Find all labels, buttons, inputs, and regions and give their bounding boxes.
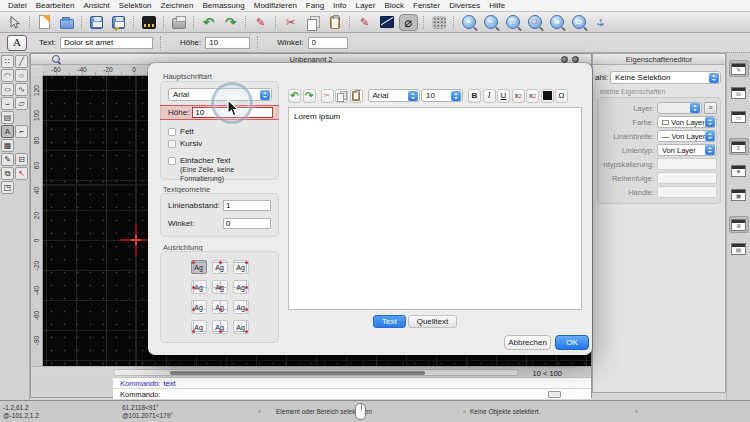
menu-item[interactable]: Bearbeiten xyxy=(36,1,75,10)
pan-icon[interactable]: ↔↕ xyxy=(591,14,610,31)
layer-list-button[interactable]: ≡ xyxy=(704,102,717,114)
italic-checkbox[interactable] xyxy=(168,140,176,148)
correction-pen-icon[interactable]: ✎ xyxy=(251,14,270,31)
tool-stamp[interactable]: ▤ xyxy=(1,111,14,124)
text-input[interactable] xyxy=(60,37,153,49)
text-color-button[interactable] xyxy=(541,89,554,103)
film-icon[interactable] xyxy=(139,14,158,31)
command-bar-icon[interactable] xyxy=(548,391,561,398)
tool-ellipse[interactable]: ○ xyxy=(1,83,14,96)
menu-item[interactable]: Fang xyxy=(306,1,324,10)
handle-field[interactable] xyxy=(657,186,717,198)
horizontal-scrollbar[interactable] xyxy=(113,369,519,376)
cut-icon[interactable]: ✂ xyxy=(281,14,300,31)
alignment-button[interactable]: Ag xyxy=(233,280,249,294)
menu-item[interactable]: Zeichnen xyxy=(161,1,194,10)
tool-dimension[interactable]: ⌐ xyxy=(15,125,28,138)
height-input[interactable] xyxy=(205,37,250,49)
bold-button[interactable]: B xyxy=(468,89,481,103)
pointer-icon[interactable] xyxy=(5,14,24,31)
zoom-fit-icon[interactable]: □ xyxy=(503,14,522,31)
alignment-button[interactable]: Ag xyxy=(233,320,249,334)
open-folder-icon[interactable] xyxy=(57,14,76,31)
ok-button[interactable]: OK xyxy=(555,335,589,350)
zoom-in-icon[interactable]: + xyxy=(459,14,478,31)
tool-line[interactable]: ╱ xyxy=(15,55,28,68)
menu-item[interactable]: Layer xyxy=(355,1,375,10)
simple-text-checkbox[interactable] xyxy=(168,157,176,165)
grid-icon[interactable] xyxy=(429,14,448,31)
tool-box3d[interactable]: ◳ xyxy=(1,181,14,194)
menu-item[interactable]: Ansicht xyxy=(83,1,109,10)
zoom-previous-icon[interactable]: ◂ xyxy=(547,14,566,31)
text-content-editor[interactable]: Lorem ipsum xyxy=(288,107,582,310)
save-as-icon[interactable] xyxy=(109,14,128,31)
tool-measure[interactable]: ✎ xyxy=(1,153,14,166)
pen-icon[interactable]: ✎ xyxy=(355,14,374,31)
tool-curve[interactable]: ⌣ xyxy=(1,97,14,110)
layer-dropdown[interactable] xyxy=(657,102,702,114)
tool-shapes[interactable]: ▱ xyxy=(15,97,28,110)
save-icon[interactable] xyxy=(87,14,106,31)
panel-filter[interactable]: ▼ xyxy=(729,162,749,179)
tool-circle[interactable]: ○ xyxy=(15,69,28,82)
tool-image[interactable]: ▦ xyxy=(1,139,14,152)
subscript-button[interactable]: x2 xyxy=(526,89,539,103)
redo-icon[interactable]: ↷ xyxy=(221,14,240,31)
tool-duplicate[interactable]: ⧉ xyxy=(1,167,14,180)
panel-notes[interactable]: ≣ xyxy=(729,216,749,233)
italic-button[interactable]: I xyxy=(483,89,496,103)
selection-dropdown[interactable]: Keine Selektion xyxy=(610,71,721,84)
chart-icon[interactable] xyxy=(377,14,396,31)
alignment-button[interactable]: Ag xyxy=(191,260,207,274)
order-field[interactable] xyxy=(657,172,717,184)
editor-copy-icon[interactable] xyxy=(335,89,348,103)
panel-blank[interactable]: ▭ xyxy=(729,108,749,125)
text-tool-button[interactable]: A xyxy=(7,35,27,51)
linetype-dropdown[interactable]: Von Layer xyxy=(657,144,717,156)
paste-icon[interactable] xyxy=(325,14,344,31)
underline-button[interactable]: U xyxy=(497,89,510,103)
menu-item[interactable]: Selektion xyxy=(119,1,152,10)
ellipse-tool-icon[interactable]: ⌀ xyxy=(399,14,418,31)
line-spacing-input[interactable] xyxy=(223,200,271,211)
tab-quelltext[interactable]: Quelltext xyxy=(408,315,458,328)
angle-input[interactable] xyxy=(308,37,348,49)
color-dropdown[interactable]: Von Layer xyxy=(657,116,717,128)
panel-layers[interactable]: ⧉ xyxy=(729,84,749,101)
scrollbar-thumb[interactable] xyxy=(170,371,425,375)
panel-fields[interactable]: ▣ xyxy=(729,186,749,203)
menu-item[interactable]: Diverses xyxy=(449,1,480,10)
dialog-ang-input[interactable] xyxy=(223,218,271,229)
zoom-window-icon[interactable]: ▭ xyxy=(569,14,588,31)
command-input-row[interactable]: Kommando: xyxy=(113,388,591,399)
menu-item[interactable]: Hilfe xyxy=(489,1,505,10)
window-button-icon[interactable] xyxy=(572,56,579,63)
undo-icon[interactable]: ↶ xyxy=(199,14,218,31)
tool-gauge[interactable]: ⊟ xyxy=(15,153,28,166)
menu-item[interactable]: Info xyxy=(333,1,346,10)
editor-undo-icon[interactable]: ↶ xyxy=(288,89,301,103)
special-characters-button[interactable]: Ω xyxy=(555,89,568,103)
superscript-button[interactable]: x2 xyxy=(512,89,525,103)
cancel-button[interactable]: Abbrechen xyxy=(504,335,551,350)
panel-inspector[interactable]: ✎ xyxy=(729,60,749,77)
tool-arc[interactable]: ◠ xyxy=(1,69,14,82)
menu-item[interactable]: Fenster xyxy=(413,1,440,10)
alignment-button[interactable]: Ag xyxy=(212,300,228,314)
editor-paste-icon[interactable] xyxy=(350,89,363,103)
bold-checkbox[interactable] xyxy=(168,128,176,136)
linetype-scale-field[interactable] xyxy=(657,158,717,170)
copy-icon[interactable] xyxy=(303,14,322,31)
zoom-selection-icon[interactable]: □ xyxy=(525,14,544,31)
zoom-out-icon[interactable]: − xyxy=(481,14,500,31)
alignment-button[interactable]: Ag xyxy=(233,300,249,314)
alignment-button[interactable]: Ag xyxy=(191,300,207,314)
tool-select[interactable]: ↖ xyxy=(15,167,28,180)
editor-redo-icon[interactable]: ↷ xyxy=(303,89,316,103)
window-button-icon[interactable] xyxy=(561,56,568,63)
menu-item[interactable]: Datei xyxy=(8,1,27,10)
editor-font-dropdown[interactable]: Arial xyxy=(368,89,420,102)
alignment-button[interactable]: Ag xyxy=(212,320,228,334)
menu-item[interactable]: Modifizieren xyxy=(254,1,297,10)
